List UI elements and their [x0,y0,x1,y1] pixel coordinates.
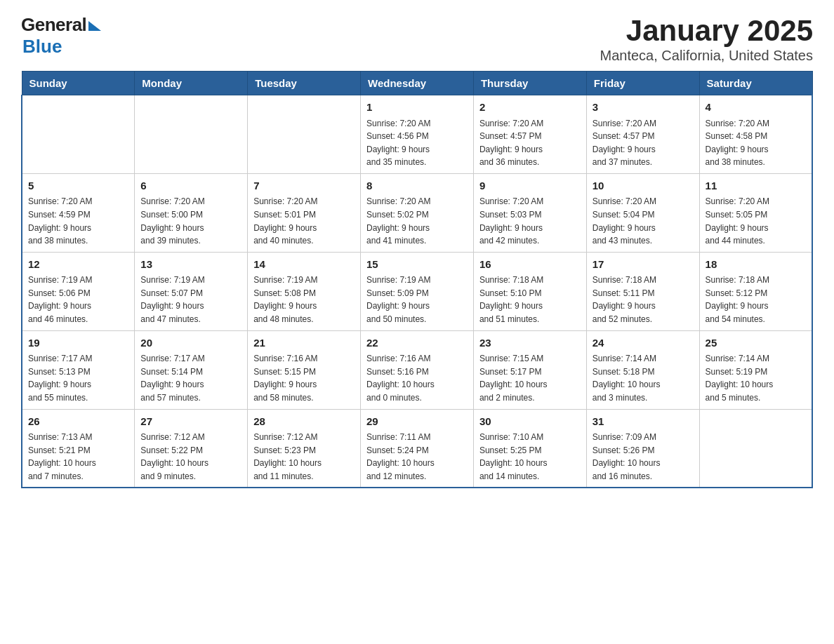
calendar-cell: 3Sunrise: 7:20 AM Sunset: 4:57 PM Daylig… [586,95,699,174]
day-number: 21 [253,335,355,351]
logo: General Blue [21,14,101,58]
day-number: 10 [593,178,694,194]
weekday-header: Tuesday [248,72,361,95]
day-info: Sunrise: 7:19 AM Sunset: 5:07 PM Dayligh… [140,274,241,326]
calendar-cell: 28Sunrise: 7:12 AM Sunset: 5:23 PM Dayli… [248,409,361,488]
day-info: Sunrise: 7:20 AM Sunset: 4:59 PM Dayligh… [28,195,128,247]
page-header: General Blue January 2025 Manteca, Calif… [21,14,813,64]
day-info: Sunrise: 7:20 AM Sunset: 5:03 PM Dayligh… [479,195,581,247]
day-number: 12 [28,257,128,273]
calendar-cell: 7Sunrise: 7:20 AM Sunset: 5:01 PM Daylig… [248,173,361,252]
calendar-cell [248,95,361,174]
day-number: 2 [479,100,581,116]
day-number: 28 [253,414,355,430]
day-number: 11 [706,178,806,194]
calendar-week-row: 1Sunrise: 7:20 AM Sunset: 4:56 PM Daylig… [22,95,812,174]
day-info: Sunrise: 7:19 AM Sunset: 5:08 PM Dayligh… [253,274,355,326]
day-number: 6 [140,178,241,194]
logo-blue: Blue [22,36,62,57]
day-info: Sunrise: 7:12 AM Sunset: 5:22 PM Dayligh… [140,431,241,483]
calendar-cell: 29Sunrise: 7:11 AM Sunset: 5:24 PM Dayli… [361,409,474,488]
calendar-cell: 1Sunrise: 7:20 AM Sunset: 4:56 PM Daylig… [361,95,474,174]
day-info: Sunrise: 7:20 AM Sunset: 4:57 PM Dayligh… [479,117,581,169]
calendar-table: SundayMondayTuesdayWednesdayThursdayFrid… [21,71,813,488]
day-number: 27 [140,414,241,430]
calendar-cell: 10Sunrise: 7:20 AM Sunset: 5:04 PM Dayli… [586,173,699,252]
weekday-header: Friday [586,72,699,95]
day-number: 13 [140,257,241,273]
day-number: 1 [366,100,468,116]
day-number: 29 [366,414,468,430]
calendar-week-row: 26Sunrise: 7:13 AM Sunset: 5:21 PM Dayli… [22,409,812,488]
calendar-cell [22,95,135,174]
day-number: 20 [140,335,241,351]
calendar-cell: 14Sunrise: 7:19 AM Sunset: 5:08 PM Dayli… [248,252,361,330]
day-number: 26 [28,414,128,430]
calendar-cell: 26Sunrise: 7:13 AM Sunset: 5:21 PM Dayli… [22,409,135,488]
calendar-cell: 16Sunrise: 7:18 AM Sunset: 5:10 PM Dayli… [473,252,586,330]
day-number: 25 [706,335,806,351]
calendar-cell: 5Sunrise: 7:20 AM Sunset: 4:59 PM Daylig… [22,173,135,252]
day-info: Sunrise: 7:12 AM Sunset: 5:23 PM Dayligh… [253,431,355,483]
day-info: Sunrise: 7:20 AM Sunset: 4:56 PM Dayligh… [366,117,468,169]
day-info: Sunrise: 7:20 AM Sunset: 5:04 PM Dayligh… [593,195,694,247]
calendar-cell: 19Sunrise: 7:17 AM Sunset: 5:13 PM Dayli… [22,330,135,409]
weekday-header: Wednesday [361,72,474,95]
calendar-cell: 13Sunrise: 7:19 AM Sunset: 5:07 PM Dayli… [135,252,248,330]
calendar-cell: 31Sunrise: 7:09 AM Sunset: 5:26 PM Dayli… [586,409,699,488]
calendar-cell: 21Sunrise: 7:16 AM Sunset: 5:15 PM Dayli… [248,330,361,409]
calendar-cell [699,409,812,488]
day-info: Sunrise: 7:17 AM Sunset: 5:14 PM Dayligh… [140,352,241,404]
day-number: 8 [366,178,468,194]
day-number: 3 [593,100,694,116]
day-number: 4 [706,100,806,116]
calendar-header-row: SundayMondayTuesdayWednesdayThursdayFrid… [22,72,812,95]
day-info: Sunrise: 7:15 AM Sunset: 5:17 PM Dayligh… [479,352,581,404]
day-info: Sunrise: 7:18 AM Sunset: 5:12 PM Dayligh… [706,274,806,326]
day-number: 16 [479,257,581,273]
calendar-cell: 30Sunrise: 7:10 AM Sunset: 5:25 PM Dayli… [473,409,586,488]
day-number: 30 [479,414,581,430]
title-block: January 2025 Manteca, California, United… [600,14,814,64]
day-info: Sunrise: 7:18 AM Sunset: 5:11 PM Dayligh… [593,274,694,326]
day-info: Sunrise: 7:14 AM Sunset: 5:18 PM Dayligh… [593,352,694,404]
calendar-cell: 17Sunrise: 7:18 AM Sunset: 5:11 PM Dayli… [586,252,699,330]
day-info: Sunrise: 7:19 AM Sunset: 5:06 PM Dayligh… [28,274,128,326]
calendar-cell: 12Sunrise: 7:19 AM Sunset: 5:06 PM Dayli… [22,252,135,330]
day-info: Sunrise: 7:10 AM Sunset: 5:25 PM Dayligh… [479,431,581,483]
day-info: Sunrise: 7:20 AM Sunset: 4:57 PM Dayligh… [593,117,694,169]
day-info: Sunrise: 7:16 AM Sunset: 5:15 PM Dayligh… [253,352,355,404]
day-number: 15 [366,257,468,273]
day-number: 5 [28,178,128,194]
day-number: 31 [593,414,694,430]
calendar-cell: 8Sunrise: 7:20 AM Sunset: 5:02 PM Daylig… [361,173,474,252]
calendar-cell: 2Sunrise: 7:20 AM Sunset: 4:57 PM Daylig… [473,95,586,174]
day-number: 22 [366,335,468,351]
day-info: Sunrise: 7:20 AM Sunset: 4:58 PM Dayligh… [706,117,806,169]
page-title: January 2025 [600,14,814,48]
day-info: Sunrise: 7:20 AM Sunset: 5:02 PM Dayligh… [366,195,468,247]
day-number: 24 [593,335,694,351]
day-info: Sunrise: 7:20 AM Sunset: 5:01 PM Dayligh… [253,195,355,247]
calendar-cell: 18Sunrise: 7:18 AM Sunset: 5:12 PM Dayli… [699,252,812,330]
day-number: 14 [253,257,355,273]
calendar-cell: 4Sunrise: 7:20 AM Sunset: 4:58 PM Daylig… [699,95,812,174]
day-number: 18 [706,257,806,273]
weekday-header: Thursday [473,72,586,95]
day-info: Sunrise: 7:17 AM Sunset: 5:13 PM Dayligh… [28,352,128,404]
page-subtitle: Manteca, California, United States [600,48,814,64]
day-info: Sunrise: 7:19 AM Sunset: 5:09 PM Dayligh… [366,274,468,326]
day-info: Sunrise: 7:18 AM Sunset: 5:10 PM Dayligh… [479,274,581,326]
day-info: Sunrise: 7:20 AM Sunset: 5:05 PM Dayligh… [706,195,806,247]
day-number: 7 [253,178,355,194]
calendar-week-row: 19Sunrise: 7:17 AM Sunset: 5:13 PM Dayli… [22,330,812,409]
calendar-cell: 9Sunrise: 7:20 AM Sunset: 5:03 PM Daylig… [473,173,586,252]
calendar-week-row: 5Sunrise: 7:20 AM Sunset: 4:59 PM Daylig… [22,173,812,252]
day-info: Sunrise: 7:13 AM Sunset: 5:21 PM Dayligh… [28,431,128,483]
calendar-cell: 6Sunrise: 7:20 AM Sunset: 5:00 PM Daylig… [135,173,248,252]
weekday-header: Saturday [699,72,812,95]
calendar-cell: 22Sunrise: 7:16 AM Sunset: 5:16 PM Dayli… [361,330,474,409]
day-number: 17 [593,257,694,273]
day-info: Sunrise: 7:20 AM Sunset: 5:00 PM Dayligh… [140,195,241,247]
calendar-cell: 25Sunrise: 7:14 AM Sunset: 5:19 PM Dayli… [699,330,812,409]
